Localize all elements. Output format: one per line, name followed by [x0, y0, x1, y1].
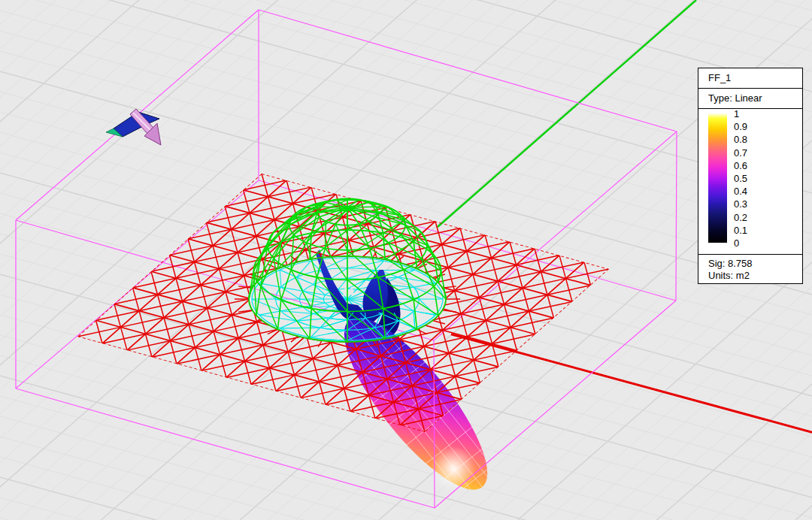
colorbar-tick-label: 0.4: [734, 186, 747, 196]
colorbar-tick-label: 0.8: [734, 135, 747, 144]
colorbar-tick-label: 0.3: [734, 199, 747, 209]
colorbar-tick-label: 1: [734, 109, 739, 119]
colorbar-ticks: 10.90.80.70.60.50.40.30.20.10: [734, 109, 779, 254]
bounding-box-back-edges: [16, 132, 677, 388]
legend-units-value: Units: m2: [708, 270, 802, 282]
colorbar-tick-label: 0.1: [734, 225, 747, 235]
legend-scale: 10.90.80.70.60.50.40.30.20.10: [698, 109, 802, 255]
3d-scene-canvas[interactable]: [0, 0, 812, 520]
colorbar-tick-label: 0.6: [734, 161, 747, 171]
colorbar-tick-label: 0: [734, 238, 739, 248]
legend-title: FF_1: [698, 68, 802, 89]
legend-type-label: Type: Linear: [698, 89, 802, 109]
colorbar-tick-label: 0.9: [734, 122, 747, 132]
legend-sig-value: Sig: 8.758: [708, 258, 802, 270]
colorbar: [708, 113, 727, 243]
legend-footer: Sig: 8.758 Units: m2: [698, 255, 802, 282]
colorbar-tick-label: 0.7: [734, 148, 747, 158]
colorbar-tick-label: 0.5: [734, 174, 747, 183]
colorbar-tick-label: 0.2: [734, 213, 747, 222]
plane-wave-source[interactable]: [106, 109, 161, 145]
result-legend-panel[interactable]: FF_1 Type: Linear 10.90.80.70.60.50.40.3…: [698, 68, 803, 284]
3d-viewport[interactable]: FF_1 Type: Linear 10.90.80.70.60.50.40.3…: [0, 0, 812, 520]
